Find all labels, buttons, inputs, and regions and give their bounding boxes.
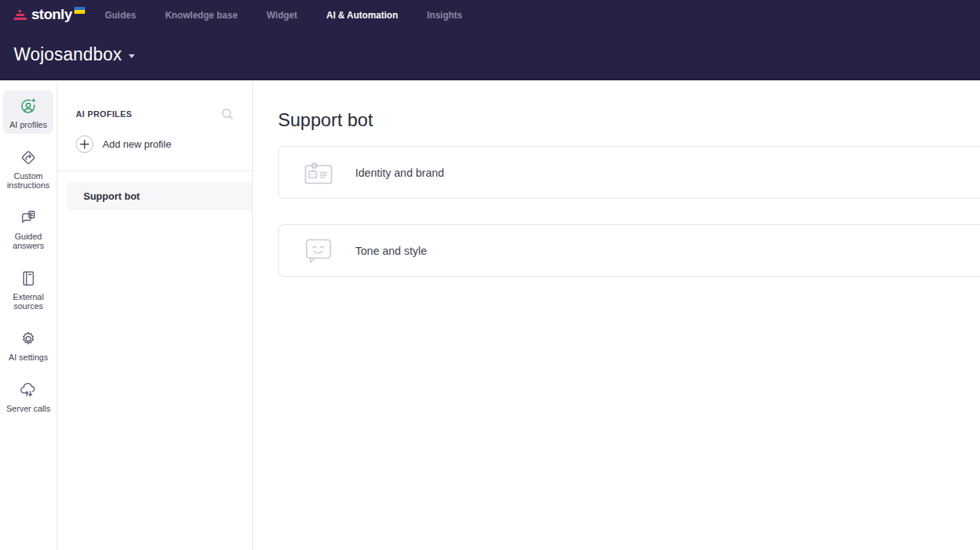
sidebar-item-label: AI profiles xyxy=(10,120,47,129)
ai-profiles-icon xyxy=(18,96,38,116)
workspace-name: Wojosandbox xyxy=(14,44,122,65)
card-label: Identity and brand xyxy=(355,167,444,179)
nav-item-insights[interactable]: Insights xyxy=(427,10,462,21)
card-label: Tone and style xyxy=(355,245,427,257)
left-rail: AI profiles Custom instructions Guided a… xyxy=(0,81,57,550)
stonly-logo-text: stonly xyxy=(31,6,72,23)
ai-profiles-panel: AI PROFILES Add new profile Support bot xyxy=(57,81,253,550)
nav-item-guides[interactable]: Guides xyxy=(105,10,136,21)
guided-answers-icon xyxy=(18,208,38,228)
sidebar-item-label: Guided answers xyxy=(5,232,52,250)
sidebar-item-label: External sources xyxy=(5,292,52,311)
sidebar-item-ai-settings[interactable]: AI settings xyxy=(3,323,54,366)
sidebar-item-guided-answers[interactable]: Guided answers xyxy=(3,202,54,255)
primary-nav: Guides Knowledge base Widget AI & Automa… xyxy=(105,10,462,21)
identity-badge-icon xyxy=(302,158,335,188)
add-new-profile-button[interactable]: Add new profile xyxy=(76,135,252,153)
panel-divider xyxy=(57,171,252,171)
workspace-selector[interactable]: Wojosandbox xyxy=(14,44,135,65)
add-new-profile-label: Add new profile xyxy=(103,138,172,150)
page-title: Support bot xyxy=(278,109,980,131)
plus-icon xyxy=(76,135,93,153)
top-nav: stonly Guides Knowledge base Widget AI &… xyxy=(0,0,980,28)
ukraine-flag-icon xyxy=(74,7,85,14)
sidebar-item-label: Server calls xyxy=(6,404,50,413)
nav-item-knowledge-base[interactable]: Knowledge base xyxy=(165,10,238,21)
stonly-logo-icon xyxy=(14,8,27,21)
sidebar-item-server-calls[interactable]: Server calls xyxy=(3,374,54,418)
server-calls-icon xyxy=(18,380,38,400)
sidebar-item-label: Custom instructions xyxy=(5,171,52,190)
nav-item-widget[interactable]: Widget xyxy=(266,10,297,21)
custom-instructions-icon xyxy=(18,148,38,168)
panel-title: AI PROFILES xyxy=(76,109,132,119)
main-content: Support bot Identity and brand xyxy=(253,81,980,550)
chevron-down-icon xyxy=(129,54,135,58)
sidebar-item-external-sources[interactable]: External sources xyxy=(3,262,54,315)
stonly-logo[interactable]: stonly xyxy=(14,6,85,23)
profile-list-item-support-bot[interactable]: Support bot xyxy=(67,182,252,210)
sidebar-item-custom-instructions[interactable]: Custom instructions xyxy=(3,142,54,194)
ai-settings-icon xyxy=(18,329,38,349)
card-identity-and-brand[interactable]: Identity and brand xyxy=(278,146,980,199)
top-header: stonly Guides Knowledge base Widget AI &… xyxy=(0,0,980,80)
card-tone-and-style[interactable]: Tone and style xyxy=(278,224,980,277)
external-sources-icon xyxy=(18,268,38,288)
nav-item-ai-automation[interactable]: AI & Automation xyxy=(326,10,398,21)
tone-smiley-bubble-icon xyxy=(302,236,335,266)
search-icon[interactable] xyxy=(220,106,235,122)
sidebar-item-label: AI settings xyxy=(8,353,47,362)
sidebar-item-ai-profiles[interactable]: AI profiles xyxy=(3,90,54,134)
